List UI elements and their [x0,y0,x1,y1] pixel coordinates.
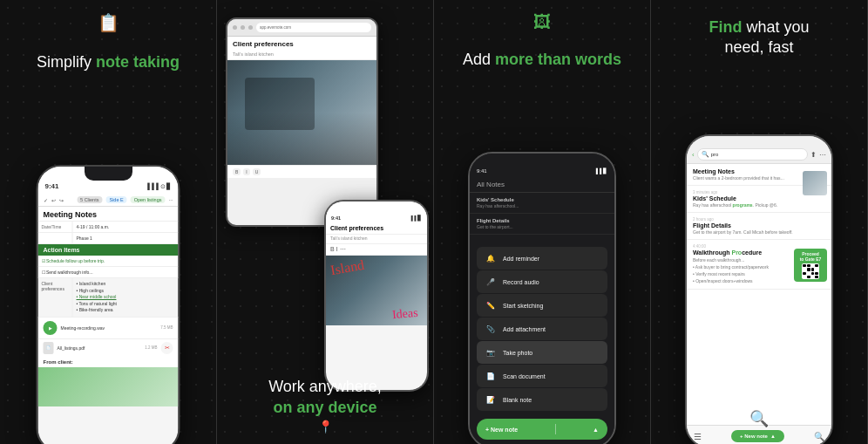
note-toolbar: ✓ ↩ ↪ 5 Clients Side E Open listings ··· [38,194,179,207]
pref-item-3: • Near middle school [77,294,175,301]
menu-item-start-sketching[interactable]: ✏️ Start sketching [477,294,607,317]
handwriting-1: Island [329,257,366,279]
play-button[interactable] [44,321,58,335]
client-pref-list: • Island kitchen • High ceilings • Near … [73,278,179,317]
tablet-toolbar-btn-1[interactable]: B [233,168,241,175]
highlight-procedure: Pro [731,249,742,256]
note-name-1: Kids' Schedule [477,197,607,202]
tablet-url-bar[interactable]: app.evernote.com [256,23,371,32]
new-note-label: + New note [485,427,518,433]
take-photo-label: Take photo [503,350,532,356]
phone-mockup-1: 9:41 ▐▐▐ ⊙ ▊ ✓ ↩ ↪ 5 Clients Side E Open… [37,165,180,444]
search-bar[interactable]: 🔍 pro [697,148,808,161]
note-time-2: 3 minutes ago [693,190,825,195]
caret-icon: ▲ [593,427,599,433]
toolbar-undo[interactable]: ↩ [51,197,56,203]
share-icon[interactable]: ✂ [161,342,173,354]
note-preview-1: Kids' Schedule Ray has afterschool... [470,193,614,214]
pref-item-2: • High ceilings [77,288,175,295]
phone2-toolbar-icon-3[interactable]: ⋯ [340,246,346,253]
clients-tag: 5 Clients [77,196,102,203]
new-note-button-4[interactable]: + New note ▲ [731,430,784,442]
search-bottom-icon[interactable]: 🔍 [814,432,824,441]
phone2-note-sub: Tali's island kitchen [326,235,427,244]
checklist-item-1: ☑ Schedule follow up before trip. [38,256,179,266]
handwriting-2: Ideas [392,306,419,323]
table-row-date: Date/Time 4-19 / 11:00 a.m. [38,222,179,233]
note-item-3[interactable]: 2 hours ago Flight Details Get to the ai… [687,213,831,240]
attachment-icon: 📎 [484,322,498,336]
tablet-browser-bar: app.evernote.com [227,19,376,37]
panel-1: 📋 Simplify note taking 9:41 ▐▐▐ ⊙ ▊ ✓ ↩ … [0,0,217,444]
button-divider [555,424,556,434]
date-value: 4-19 / 11:00 a.m. [73,222,179,232]
headline-plain-2: Work anywhere, [268,378,382,395]
audio-attachment: Meeting-recording.wav 7.5 MB [38,317,179,338]
status-icons: ▐▐▐ ⊙ ▊ [146,183,172,190]
toolbar-redo[interactable]: ↪ [59,197,64,203]
traffic-light-2 [241,25,245,30]
pdf-filename: All_listings.pdf [58,345,142,351]
attachment-label: Add attachment [503,326,546,332]
note-icon: 📋 [98,12,119,33]
proceed-text: Proceedto Gate E7 [800,251,822,262]
pdf-icon: 📄 [44,342,54,354]
note-text-2: Ray has afterschool programs. Pickup @6. [693,202,825,208]
phone2-toolbar-icon-1[interactable]: B [330,246,335,253]
qr-code: Proceedto Gate E7 [794,249,827,282]
hamburger-icon[interactable]: ☰ [694,432,702,441]
phone-2-screen: 9:41 ▐▐ ▊ Client preferences Tali's isla… [326,202,427,390]
audio-filename: Meeting-recording.wav [61,325,158,331]
phone-screen-1: 9:41 ▐▐▐ ⊙ ▊ ✓ ↩ ↪ 5 Clients Side E Open… [38,167,179,444]
menu-item-add-reminder[interactable]: 🔔 Add reminder [477,247,607,270]
note-item-2[interactable]: 3 minutes ago Kids' Schedule Ray has aft… [687,186,831,213]
action-items-header: Action Items [38,244,179,256]
phone-mockup-4: ‹ 🔍 pro ⬆ ⋯ Meeting Notes Client wants a… [685,134,833,444]
headline-plain: Simplify [37,53,96,71]
audio-icon: 🎤 [484,275,498,289]
all-notes-label: All Notes [470,177,614,193]
phone-mockup-2: 9:41 ▐▐ ▊ Client preferences Tali's isla… [324,200,429,392]
pdf-size: 1.2 MB [145,345,157,350]
phone2-status: 9:41 ▐▐ ▊ [326,202,427,222]
toolbar-check[interactable]: ✓ [44,197,48,203]
note-item-1[interactable]: Meeting Notes Client wants a 2-bedroom p… [687,164,831,186]
reminder-label: Add reminder [503,256,539,262]
share-button[interactable]: ⬆ [810,151,817,159]
note-text-2: Get to the airport... [477,224,607,229]
note-title-2: Kids' Schedule [693,195,825,202]
phone3-icons: ▐▐ ▊ [594,167,607,174]
tablet-toolbar-btn-3[interactable]: U [253,168,261,175]
note-item-4[interactable]: 4:40:00 Walkthrough Procedure Before eac… [687,240,831,290]
blank-note-icon: 📝 [484,393,498,406]
url-text: app.evernote.com [260,25,291,30]
client-pref-label: Client preferences [38,278,73,317]
toolbar-more[interactable]: ··· [168,197,173,202]
new-note-caret-4: ▲ [770,434,776,439]
checklist-row-2: ☐ Send walkthrough info... [38,267,179,278]
new-note-button[interactable]: + New note ▲ [477,419,607,440]
tablet-toolbar-btn-2[interactable]: I [243,168,249,175]
menu-item-blank-note[interactable]: 📝 Blank note [477,388,607,411]
tablet-mockup: app.evernote.com Client preferences Tali… [226,17,378,227]
phone-notch [85,167,132,181]
phone2-toolbar: B I ⋯ [326,244,427,256]
pdf-attachment: 📄 All_listings.pdf 1.2 MB ✂ [38,338,179,357]
back-button[interactable]: ‹ [692,151,695,159]
sketch-label: Start sketching [503,303,543,309]
phone2-image: Island Ideas [326,256,427,325]
audio-size: 7.5 MB [160,325,173,330]
menu-item-record-audio[interactable]: 🎤 Record audio [477,270,607,293]
new-note-label-4: + New note [740,434,768,439]
search-icon: 🔍 [702,151,709,158]
audio-label: Record audio [503,279,539,285]
menu-item-scan-document[interactable]: 📄 Scan document [477,365,607,387]
menu-item-take-photo[interactable]: 📷 Take photo [477,341,607,364]
scan-label: Scan document [503,373,546,379]
more-options[interactable]: ⋯ [819,151,826,159]
open-listings-tag: Open listings [131,196,166,203]
camera-icon: 📷 [484,345,498,359]
phone2-toolbar-icon-2[interactable]: I [336,246,338,253]
menu-item-add-attachment[interactable]: 📎 Add attachment [477,318,607,340]
browser-bar: ‹ 🔍 pro ⬆ ⋯ [687,136,831,164]
